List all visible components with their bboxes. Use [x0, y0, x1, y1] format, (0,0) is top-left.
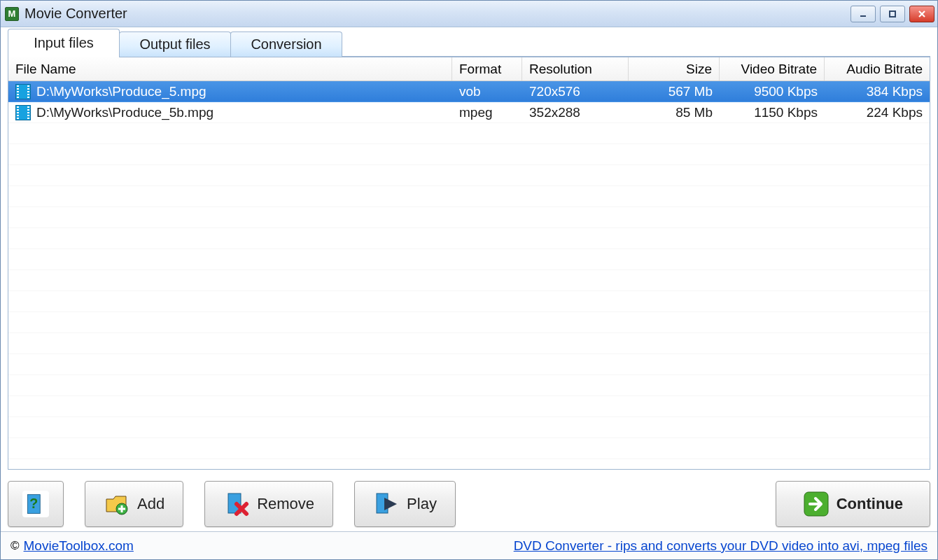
cell-format: mpeg [452, 102, 522, 122]
cell-resolution: 720x576 [522, 81, 629, 102]
play-icon [373, 491, 400, 517]
help-button[interactable]: ? [8, 481, 64, 527]
window-title: Movie Converter [24, 6, 127, 22]
tab-conversion[interactable]: Conversion [230, 31, 342, 57]
toolbar-spacer [477, 481, 755, 527]
svg-marker-9 [384, 498, 397, 510]
cell-format: vob [452, 81, 522, 102]
list-header: File Name Format Resolution Size Video B… [8, 57, 930, 81]
play-button[interactable]: Play [354, 481, 456, 527]
button-label: Add [137, 495, 164, 513]
promo-link[interactable]: DVD Converter - rips and converts your D… [514, 538, 927, 554]
minimize-icon [858, 9, 868, 19]
col-header-video-bitrate[interactable]: Video Bitrate [720, 57, 825, 80]
cell-audio-bitrate: 384 Kbps [825, 81, 930, 102]
cell-resolution: 352x288 [522, 102, 629, 122]
close-icon [917, 9, 927, 19]
minimize-button[interactable] [850, 6, 876, 22]
cell-size: 85 Mb [629, 102, 720, 122]
footer: © MovieToolbox.com DVD Converter - rips … [1, 531, 937, 559]
help-icon: ? [22, 491, 49, 517]
client-area: File Name Format Resolution Size Video B… [1, 57, 937, 475]
add-button[interactable]: Add [85, 481, 183, 527]
remove-icon [223, 491, 250, 517]
table-row[interactable]: D:\MyWorks\Produce_5.mpg vob 720x576 567… [8, 81, 930, 102]
col-header-resolution[interactable]: Resolution [522, 57, 629, 80]
button-label: Continue [836, 495, 903, 513]
col-header-size[interactable]: Size [629, 57, 720, 80]
arrow-right-icon [803, 491, 830, 517]
cell-size: 567 Mb [629, 81, 720, 102]
maximize-button[interactable] [880, 6, 905, 22]
svg-rect-1 [890, 11, 895, 17]
film-icon [15, 105, 31, 120]
tab-label: Conversion [251, 36, 321, 52]
button-label: Play [407, 495, 437, 513]
list-rows[interactable]: D:\MyWorks\Produce_5.mpg vob 720x576 567… [8, 81, 930, 469]
toolbar: ? Add Remove Play Continue [1, 475, 937, 531]
continue-button[interactable]: Continue [776, 481, 930, 527]
file-listview: File Name Format Resolution Size Video B… [8, 57, 930, 470]
tab-input-files[interactable]: Input files [8, 29, 120, 57]
cell-video-bitrate: 1150 Kbps [720, 102, 825, 122]
cell-filename: D:\MyWorks\Produce_5.mpg [36, 84, 206, 99]
copyright-icon: © [10, 539, 20, 553]
film-icon [15, 84, 31, 99]
col-header-audio-bitrate[interactable]: Audio Bitrate [825, 57, 930, 80]
maximize-icon [888, 9, 897, 19]
cell-filename: D:\MyWorks\Produce_5b.mpg [36, 105, 214, 120]
site-link[interactable]: MovieToolbox.com [24, 538, 134, 554]
table-row[interactable]: D:\MyWorks\Produce_5b.mpg mpeg 352x288 8… [8, 102, 930, 123]
close-button[interactable] [909, 6, 934, 22]
button-label: Remove [257, 495, 314, 513]
tab-label: Output files [139, 36, 210, 52]
tab-output-files[interactable]: Output files [119, 31, 231, 57]
cell-video-bitrate: 9500 Kbps [720, 81, 825, 102]
tab-label: Input files [34, 35, 94, 51]
add-folder-icon [104, 491, 130, 517]
tabstrip: Input files Output files Conversion [1, 27, 937, 57]
col-header-filename[interactable]: File Name [8, 57, 452, 80]
remove-button[interactable]: Remove [204, 481, 333, 527]
svg-text:?: ? [29, 496, 38, 511]
cell-audio-bitrate: 224 Kbps [825, 102, 930, 122]
col-header-format[interactable]: Format [452, 57, 522, 80]
app-icon: M [5, 7, 19, 21]
app-window: M Movie Converter Input files Output fil… [0, 0, 938, 560]
titlebar: M Movie Converter [1, 1, 937, 27]
